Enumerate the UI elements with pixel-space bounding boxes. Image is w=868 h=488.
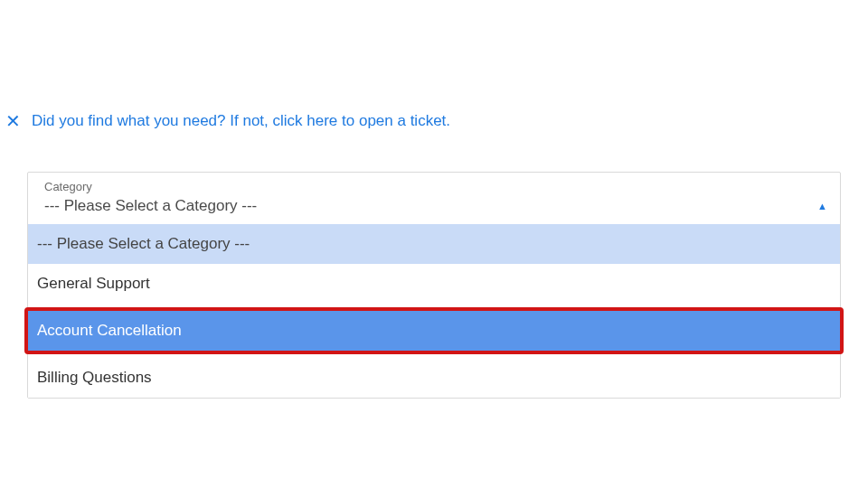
- field-label: Category: [28, 173, 840, 193]
- options-list: --- Please Select a Category --- General…: [28, 224, 840, 398]
- banner-link[interactable]: Did you find what you need? If not, clic…: [32, 112, 450, 130]
- option-placeholder[interactable]: --- Please Select a Category ---: [28, 224, 840, 264]
- option-general-support[interactable]: General Support: [28, 264, 840, 304]
- category-select[interactable]: Category --- Please Select a Category --…: [27, 172, 841, 399]
- close-icon[interactable]: ✕: [5, 112, 21, 130]
- selected-value: --- Please Select a Category ---: [44, 197, 257, 215]
- category-field: Category --- Please Select a Category --…: [27, 172, 841, 399]
- caret-up-icon: ▲: [817, 201, 827, 211]
- option-account-cancellation[interactable]: Account Cancellation: [28, 311, 840, 351]
- option-billing-questions[interactable]: Billing Questions: [28, 358, 840, 398]
- selected-row[interactable]: --- Please Select a Category --- ▲: [28, 193, 840, 224]
- option-highlight-frame: Account Cancellation: [24, 307, 844, 354]
- help-banner: ✕ Did you find what you need? If not, cl…: [0, 112, 868, 130]
